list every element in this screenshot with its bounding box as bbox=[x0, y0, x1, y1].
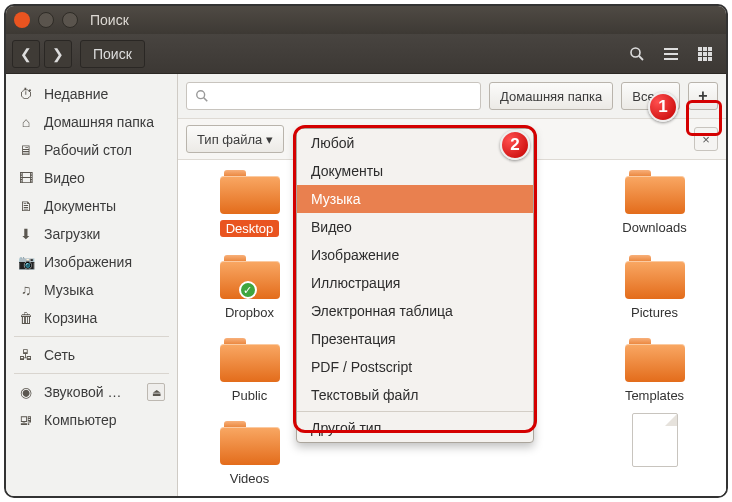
svg-rect-5 bbox=[698, 47, 702, 51]
disc-icon: ◉ bbox=[18, 384, 34, 400]
sidebar-item-6[interactable]: 📷Изображения bbox=[6, 248, 177, 276]
svg-rect-13 bbox=[708, 57, 712, 61]
folder-label: Public bbox=[232, 388, 267, 403]
sidebar-item-0[interactable]: ⏱Недавние bbox=[6, 80, 177, 108]
folder-icon bbox=[220, 421, 280, 465]
folder-icon bbox=[625, 255, 685, 299]
dropdown-item[interactable]: Видео bbox=[297, 213, 533, 241]
svg-point-14 bbox=[197, 91, 205, 99]
window-title: Поиск bbox=[90, 12, 129, 28]
dropdown-item[interactable]: Презентация bbox=[297, 325, 533, 353]
add-filter-button[interactable]: + bbox=[688, 82, 718, 110]
search-input-container bbox=[186, 82, 481, 110]
svg-line-15 bbox=[204, 98, 208, 102]
sidebar-separator bbox=[14, 336, 169, 337]
sidebar-item-5[interactable]: ⬇Загрузки bbox=[6, 220, 177, 248]
svg-rect-10 bbox=[708, 52, 712, 56]
folder-item[interactable]: Templates bbox=[600, 338, 710, 403]
file-type-dropdown[interactable]: ЛюбойДокументыМузыкаВидеоИзображениеИллю… bbox=[296, 128, 534, 443]
dropdown-item[interactable]: Иллюстрация bbox=[297, 269, 533, 297]
location-crumb[interactable]: Поиск bbox=[80, 40, 145, 68]
computer-icon: 🖳 bbox=[18, 412, 34, 428]
dropdown-separator bbox=[297, 411, 533, 412]
search-row: Домашняя папка Все ф + bbox=[178, 74, 726, 119]
grid-icon bbox=[697, 46, 713, 62]
sidebar-icon: 🎞 bbox=[18, 170, 34, 186]
dropdown-item[interactable]: Изображение bbox=[297, 241, 533, 269]
sidebar-label: Музыка bbox=[44, 282, 94, 298]
sidebar-label: Рабочий стол bbox=[44, 142, 132, 158]
sidebar-icon: ♫ bbox=[18, 282, 34, 298]
sidebar-item-8[interactable]: 🗑Корзина bbox=[6, 304, 177, 332]
sidebar-label: Компьютер bbox=[44, 412, 116, 428]
view-grid-button[interactable] bbox=[690, 40, 720, 68]
sidebar-item-audio[interactable]: ◉Звуковой …⏏ bbox=[6, 378, 177, 406]
toolbar: ❮ ❯ Поиск bbox=[6, 34, 726, 74]
list-icon bbox=[663, 46, 679, 62]
folder-item[interactable] bbox=[600, 421, 710, 486]
svg-rect-7 bbox=[708, 47, 712, 51]
sidebar-icon: ⌂ bbox=[18, 114, 34, 130]
sidebar-label: Корзина bbox=[44, 310, 97, 326]
folder-icon bbox=[220, 338, 280, 382]
sidebar-icon: ⬇ bbox=[18, 226, 34, 242]
sidebar-item-3[interactable]: 🎞Видео bbox=[6, 164, 177, 192]
titlebar: Поиск bbox=[6, 6, 726, 34]
svg-rect-4 bbox=[664, 58, 678, 60]
folder-label: Videos bbox=[230, 471, 270, 486]
svg-rect-2 bbox=[664, 48, 678, 50]
svg-rect-8 bbox=[698, 52, 702, 56]
file-type-dropdown-button[interactable]: Тип файла ▾ bbox=[186, 125, 284, 153]
eject-button[interactable]: ⏏ bbox=[147, 383, 165, 401]
folder-item[interactable]: Public bbox=[195, 338, 305, 403]
sidebar-label: Звуковой … bbox=[44, 384, 121, 400]
dropdown-item[interactable]: Музыка bbox=[297, 185, 533, 213]
window-minimize-button[interactable] bbox=[38, 12, 54, 28]
folder-label: Dropbox bbox=[225, 305, 274, 320]
dropdown-item[interactable]: Документы bbox=[297, 157, 533, 185]
sidebar-icon: 🗎 bbox=[18, 198, 34, 214]
annotation-badge-2: 2 bbox=[500, 130, 530, 160]
sidebar-item-2[interactable]: 🖥Рабочий стол bbox=[6, 136, 177, 164]
remove-filter-button[interactable]: × bbox=[694, 127, 718, 151]
document-icon bbox=[632, 413, 678, 467]
window-close-button[interactable] bbox=[14, 12, 30, 28]
nav-back-button[interactable]: ❮ bbox=[12, 40, 40, 68]
dropdown-item[interactable]: Любой bbox=[297, 129, 533, 157]
svg-line-1 bbox=[639, 56, 643, 60]
sidebar-item-1[interactable]: ⌂Домашняя папка bbox=[6, 108, 177, 136]
dropdown-item[interactable]: Текстовый файл bbox=[297, 381, 533, 409]
sidebar-label: Домашняя папка bbox=[44, 114, 154, 130]
dropdown-item[interactable]: PDF / Postscript bbox=[297, 353, 533, 381]
folder-icon bbox=[220, 170, 280, 214]
folder-label: Pictures bbox=[631, 305, 678, 320]
nav-forward-button[interactable]: ❯ bbox=[44, 40, 72, 68]
dropdown-item[interactable]: Электронная таблица bbox=[297, 297, 533, 325]
search-toggle-button[interactable] bbox=[622, 40, 652, 68]
status-text: Выделен объект «Desktop» (внутри 0 объек… bbox=[318, 497, 606, 498]
dropdown-item-other[interactable]: Другой тип… bbox=[297, 414, 533, 442]
svg-rect-12 bbox=[703, 57, 707, 61]
folder-item[interactable]: ✓Dropbox bbox=[195, 255, 305, 320]
folder-item[interactable]: Videos bbox=[195, 421, 305, 486]
sidebar-item-7[interactable]: ♫Музыка bbox=[6, 276, 177, 304]
folder-label: Desktop bbox=[220, 220, 280, 237]
sidebar: ⏱Недавние⌂Домашняя папка🖥Рабочий стол🎞Ви… bbox=[6, 74, 178, 496]
location-filter-button[interactable]: Домашняя папка bbox=[489, 82, 613, 110]
sidebar-icon: ⏱ bbox=[18, 86, 34, 102]
sidebar-label: Изображения bbox=[44, 254, 132, 270]
network-icon: 🖧 bbox=[18, 347, 34, 363]
folder-item[interactable]: Downloads bbox=[600, 170, 710, 237]
search-input[interactable] bbox=[215, 89, 472, 104]
folder-icon bbox=[625, 338, 685, 382]
sidebar-item-4[interactable]: 🗎Документы bbox=[6, 192, 177, 220]
search-icon bbox=[629, 46, 645, 62]
window-maximize-button[interactable] bbox=[62, 12, 78, 28]
sidebar-item-network[interactable]: 🖧Сеть bbox=[6, 341, 177, 369]
folder-item[interactable]: Pictures bbox=[600, 255, 710, 320]
folder-item[interactable]: Desktop bbox=[195, 170, 305, 237]
svg-rect-11 bbox=[698, 57, 702, 61]
view-list-button[interactable] bbox=[656, 40, 686, 68]
sidebar-item-computer[interactable]: 🖳Компьютер bbox=[6, 406, 177, 434]
sidebar-icon: 📷 bbox=[18, 254, 34, 270]
